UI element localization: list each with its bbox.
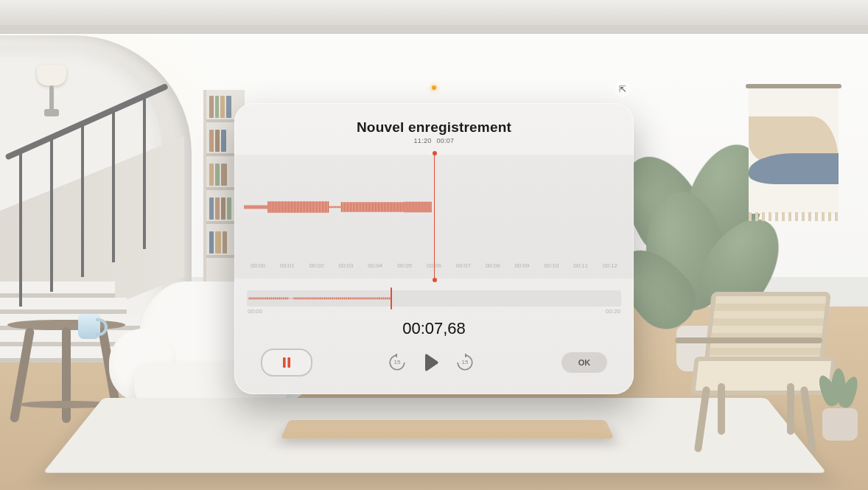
recording-title: Nouvel enregistrement bbox=[357, 119, 511, 136]
play-button[interactable] bbox=[423, 354, 439, 371]
focus-indicator-dot bbox=[432, 85, 436, 90]
overview-end-label: 00:20 bbox=[606, 308, 620, 315]
pause-icon bbox=[281, 357, 293, 368]
svg-rect-250 bbox=[287, 357, 290, 368]
move-icon: ⇱ bbox=[619, 84, 626, 94]
pause-button[interactable] bbox=[261, 349, 312, 377]
overview-start-label: 00:00 bbox=[248, 308, 262, 315]
ok-button[interactable]: OK bbox=[561, 352, 607, 373]
svg-rect-249 bbox=[283, 357, 286, 368]
transport-controls: 15 15 OK bbox=[234, 349, 634, 377]
skip-back-button[interactable]: 15 bbox=[388, 353, 407, 372]
overview-playhead bbox=[391, 287, 392, 309]
recording-subtitle: 11:20 00:07 bbox=[414, 137, 455, 144]
waveform-large bbox=[243, 155, 625, 259]
play-icon bbox=[423, 354, 439, 371]
timeline-ticks: 00:0000:0100:0200:0300:0400:0500:0600:07… bbox=[243, 262, 625, 279]
window-move-control[interactable]: ⇱ bbox=[615, 81, 631, 97]
waveform-area[interactable]: 00:0000:0100:0200:0300:0400:0500:0600:07… bbox=[234, 155, 634, 279]
overview-labels: 00:00 00:20 bbox=[248, 308, 620, 315]
voice-memo-panel: Nouvel enregistrement 11:20 00:07 00:000… bbox=[234, 103, 634, 394]
elapsed-time: 00:07,68 bbox=[402, 319, 466, 338]
waveform-overview[interactable] bbox=[247, 290, 621, 307]
skip-forward-button[interactable]: 15 bbox=[455, 353, 475, 372]
